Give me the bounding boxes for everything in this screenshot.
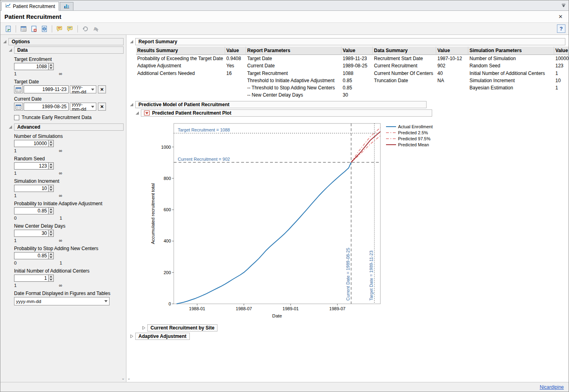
- bar-chart-icon: [64, 4, 69, 10]
- app-window: Patient Recruitment Patient Recruitment …: [0, 0, 569, 392]
- red-triangle-menu-icon[interactable]: [144, 111, 150, 115]
- recruitment-plot[interactable]: 020040060080010001988-011988-071989-0119…: [142, 118, 565, 323]
- clear-current-date-button[interactable]: ✕: [98, 103, 106, 111]
- collapse-triangle-icon[interactable]: [8, 48, 12, 52]
- adaptive-adjustment-header[interactable]: Adaptive Adjustment: [135, 333, 190, 340]
- spin-up-button[interactable]: [49, 275, 53, 279]
- spin-down-button[interactable]: [49, 256, 53, 259]
- initial-additional-centers-input[interactable]: [14, 275, 49, 282]
- truncate-checkbox-label: Truncate Early Recruitment Data: [22, 115, 91, 120]
- toolbar-separator: [16, 25, 16, 32]
- close-icon[interactable]: ✕: [557, 13, 565, 21]
- expand-triangle-icon[interactable]: [142, 326, 146, 330]
- table-cell: Truncation Date: [373, 77, 436, 84]
- target-date-format-dropdown[interactable]: yyyy-mm-dd: [70, 85, 96, 93]
- report-summary-header[interactable]: Report Summary: [135, 38, 565, 45]
- simulation-increment-input[interactable]: [14, 185, 49, 192]
- save-report-icon[interactable]: [29, 24, 39, 33]
- refresh-icon[interactable]: [81, 24, 90, 33]
- spin-down-button[interactable]: [49, 67, 53, 70]
- dataset-link[interactable]: Nicardipine: [540, 384, 564, 390]
- spin-down-button[interactable]: [49, 166, 53, 170]
- calendar-button[interactable]: [14, 103, 23, 111]
- calendar-button[interactable]: [14, 85, 23, 93]
- spinner[interactable]: [49, 230, 54, 237]
- scroll-down-arrow[interactable]: ⌄: [122, 376, 125, 380]
- svg-text:1989-01: 1989-01: [282, 306, 299, 311]
- collapse-triangle-icon[interactable]: [3, 40, 7, 44]
- table-cell: [373, 84, 436, 91]
- truncate-checkbox[interactable]: [14, 115, 19, 120]
- number-of-simulations-input[interactable]: [14, 140, 49, 147]
- current-date-input[interactable]: [24, 103, 69, 111]
- spin-down-button[interactable]: [49, 234, 53, 237]
- spin-down-button[interactable]: [49, 211, 53, 214]
- spinner[interactable]: [49, 275, 54, 282]
- spin-up-button[interactable]: [49, 140, 53, 144]
- spinner[interactable]: [49, 207, 54, 214]
- scroll-down-arrow[interactable]: ⌄: [127, 376, 130, 380]
- spin-down-button[interactable]: [49, 144, 53, 147]
- tab-secondary[interactable]: [60, 2, 73, 10]
- table-cell: [136, 84, 225, 91]
- table-cell: 10: [554, 77, 569, 84]
- journal-icon[interactable]: [40, 24, 49, 33]
- target-enrollment-input[interactable]: [14, 63, 49, 70]
- spinner[interactable]: [49, 252, 54, 259]
- make-data-table-icon[interactable]: [19, 24, 28, 33]
- options-header[interactable]: Options: [8, 38, 124, 45]
- date-format-dropdown[interactable]: yyyy-mm-dd: [14, 297, 110, 305]
- spin-up-button[interactable]: [49, 230, 53, 234]
- advanced-section-header[interactable]: Advanced: [14, 123, 124, 131]
- current-date-format-dropdown[interactable]: yyyy-mm-dd: [70, 103, 96, 111]
- current-recruitment-by-site-header[interactable]: Current Recruitment by Site: [147, 324, 217, 331]
- help-button[interactable]: ?: [557, 24, 565, 33]
- spin-down-button[interactable]: [49, 189, 53, 192]
- spinner[interactable]: [49, 140, 54, 147]
- spin-down-button[interactable]: [49, 279, 53, 282]
- target-enrollment-label: Target Enrollment: [14, 57, 124, 62]
- export-report-icon[interactable]: [4, 24, 13, 33]
- expand-triangle-icon[interactable]: [130, 334, 134, 338]
- spin-up-button[interactable]: [49, 208, 53, 211]
- spin-up-button[interactable]: [49, 185, 53, 189]
- tab-list-icon[interactable]: [560, 2, 567, 9]
- spin-up-button[interactable]: [49, 163, 53, 166]
- table-cell: [554, 91, 569, 99]
- spinner[interactable]: [49, 185, 54, 192]
- spinner[interactable]: [49, 162, 54, 170]
- col-header: Value: [554, 46, 569, 55]
- selection-tool-icon[interactable]: A: [91, 24, 100, 33]
- collapse-triangle-icon[interactable]: [130, 103, 134, 107]
- data-section-header[interactable]: Data: [14, 46, 124, 54]
- field-label: Number of Simulations: [14, 133, 124, 139]
- table-cell: [436, 91, 468, 99]
- collapse-triangle-icon[interactable]: [8, 125, 12, 129]
- annotate-icon[interactable]: [55, 24, 64, 33]
- min-label: 1: [14, 283, 16, 288]
- plot-header[interactable]: Predicted Patient Recruitment Plot: [141, 109, 432, 117]
- spin-up-button[interactable]: [49, 63, 53, 67]
- clear-target-date-button[interactable]: ✕: [98, 85, 106, 93]
- new-center-delay-days-input[interactable]: [14, 230, 49, 237]
- toolbar: A ?: [0, 23, 569, 35]
- target-date-input[interactable]: [24, 85, 69, 93]
- sticky-note-icon[interactable]: [65, 24, 75, 33]
- report-panel: Report Summary Results Summary Value Rep…: [126, 35, 569, 382]
- collapse-triangle-icon[interactable]: [130, 40, 134, 44]
- probability-stop-input[interactable]: [14, 252, 49, 259]
- probability-initiate-input[interactable]: [14, 207, 49, 214]
- random-seed-input[interactable]: [14, 162, 49, 170]
- predictive-model-header[interactable]: Predictive Model of Patient Recruitment: [135, 101, 427, 108]
- target-enrollment-spinner[interactable]: [49, 63, 54, 70]
- svg-text:1989-07: 1989-07: [329, 306, 345, 311]
- tab-patient-recruitment[interactable]: Patient Recruitment: [1, 2, 59, 11]
- table-cell: 1989-11-23: [341, 55, 373, 62]
- current-date-label: Current Date: [14, 96, 124, 102]
- table-cell: -- New Center Delay Days: [246, 91, 341, 99]
- table-cell: 40: [436, 70, 468, 77]
- table-cell: Probability of Exceeding the Target Date: [136, 55, 225, 62]
- min-label: 1: [14, 193, 16, 198]
- spin-up-button[interactable]: [49, 253, 53, 256]
- collapse-triangle-icon[interactable]: [135, 111, 139, 115]
